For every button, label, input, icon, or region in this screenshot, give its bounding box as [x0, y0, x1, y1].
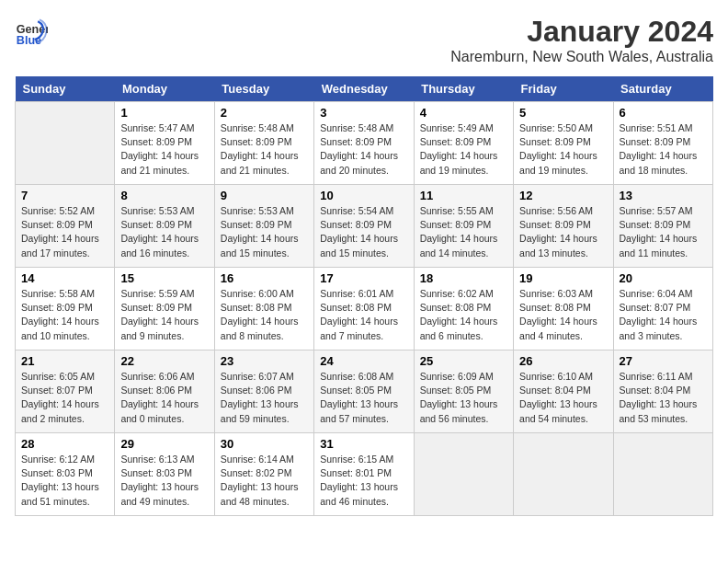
- calendar-week-row: 1Sunrise: 5:47 AMSunset: 8:09 PMDaylight…: [16, 102, 713, 185]
- calendar-subtitle: Naremburn, New South Wales, Australia: [450, 49, 713, 65]
- day-number: 13: [620, 189, 707, 202]
- day-info: Sunrise: 5:48 AMSunset: 8:09 PMDaylight:…: [320, 121, 407, 178]
- day-number: 6: [620, 106, 707, 120]
- calendar-cell: 29Sunrise: 6:13 AMSunset: 8:03 PMDayligh…: [115, 433, 214, 516]
- day-number: 1: [120, 106, 208, 120]
- calendar-week-row: 14Sunrise: 5:58 AMSunset: 8:09 PMDayligh…: [16, 268, 713, 350]
- calendar-cell: [613, 433, 712, 516]
- col-header-tuesday: Tuesday: [214, 76, 313, 102]
- day-info: Sunrise: 6:02 AMSunset: 8:08 PMDaylight:…: [420, 287, 507, 343]
- day-info: Sunrise: 5:48 AMSunset: 8:09 PMDaylight:…: [221, 121, 308, 178]
- calendar-week-row: 7Sunrise: 5:52 AMSunset: 8:09 PMDaylight…: [16, 185, 713, 268]
- day-number: 5: [519, 106, 607, 120]
- day-number: 18: [420, 271, 507, 285]
- day-info: Sunrise: 6:04 AMSunset: 8:07 PMDaylight:…: [620, 287, 707, 343]
- calendar-cell: 2Sunrise: 5:48 AMSunset: 8:09 PMDaylight…: [214, 102, 313, 185]
- day-info: Sunrise: 5:54 AMSunset: 8:09 PMDaylight:…: [320, 204, 407, 260]
- day-info: Sunrise: 5:58 AMSunset: 8:09 PMDaylight:…: [21, 287, 108, 343]
- day-number: 26: [519, 354, 607, 368]
- day-number: 14: [21, 271, 108, 285]
- day-number: 7: [21, 189, 108, 202]
- day-number: 20: [620, 271, 707, 285]
- day-info: Sunrise: 5:59 AMSunset: 8:09 PMDaylight:…: [120, 287, 208, 343]
- logo-icon: General Blue: [15, 15, 48, 48]
- calendar-cell: 25Sunrise: 6:09 AMSunset: 8:05 PMDayligh…: [414, 350, 513, 433]
- calendar-cell: 4Sunrise: 5:49 AMSunset: 8:09 PMDaylight…: [414, 102, 513, 185]
- day-info: Sunrise: 6:06 AMSunset: 8:06 PMDaylight:…: [120, 370, 208, 426]
- day-number: 23: [221, 354, 308, 368]
- calendar-cell: 9Sunrise: 5:53 AMSunset: 8:09 PMDaylight…: [214, 185, 313, 268]
- col-header-friday: Friday: [514, 76, 613, 102]
- calendar-cell: [514, 433, 613, 516]
- day-number: 9: [221, 189, 308, 202]
- day-info: Sunrise: 5:55 AMSunset: 8:09 PMDaylight:…: [420, 204, 507, 260]
- calendar-cell: 16Sunrise: 6:00 AMSunset: 8:08 PMDayligh…: [214, 268, 313, 350]
- day-number: 12: [519, 189, 607, 202]
- day-info: Sunrise: 5:53 AMSunset: 8:09 PMDaylight:…: [221, 204, 308, 260]
- day-info: Sunrise: 5:47 AMSunset: 8:09 PMDaylight:…: [120, 121, 208, 178]
- calendar-cell: 3Sunrise: 5:48 AMSunset: 8:09 PMDaylight…: [314, 102, 414, 185]
- calendar-cell: 18Sunrise: 6:02 AMSunset: 8:08 PMDayligh…: [414, 268, 513, 350]
- day-number: 11: [420, 189, 507, 202]
- day-info: Sunrise: 5:52 AMSunset: 8:09 PMDaylight:…: [21, 204, 108, 260]
- calendar-cell: 21Sunrise: 6:05 AMSunset: 8:07 PMDayligh…: [16, 350, 115, 433]
- calendar-cell: 14Sunrise: 5:58 AMSunset: 8:09 PMDayligh…: [16, 268, 115, 350]
- calendar-title: January 2024: [450, 15, 713, 49]
- calendar-table: SundayMondayTuesdayWednesdayThursdayFrid…: [15, 76, 713, 516]
- calendar-cell: 22Sunrise: 6:06 AMSunset: 8:06 PMDayligh…: [115, 350, 214, 433]
- day-info: Sunrise: 5:50 AMSunset: 8:09 PMDaylight:…: [519, 121, 607, 178]
- day-number: 10: [320, 189, 407, 202]
- day-number: 17: [320, 271, 407, 285]
- day-info: Sunrise: 6:13 AMSunset: 8:03 PMDaylight:…: [120, 453, 208, 509]
- day-info: Sunrise: 6:05 AMSunset: 8:07 PMDaylight:…: [21, 370, 108, 426]
- day-number: 16: [221, 271, 308, 285]
- day-info: Sunrise: 6:11 AMSunset: 8:04 PMDaylight:…: [620, 370, 707, 426]
- day-info: Sunrise: 6:00 AMSunset: 8:08 PMDaylight:…: [221, 287, 308, 343]
- col-header-thursday: Thursday: [414, 76, 513, 102]
- day-number: 31: [320, 437, 407, 451]
- calendar-cell: 30Sunrise: 6:14 AMSunset: 8:02 PMDayligh…: [214, 433, 313, 516]
- day-number: 21: [21, 354, 108, 368]
- calendar-cell: 26Sunrise: 6:10 AMSunset: 8:04 PMDayligh…: [514, 350, 613, 433]
- title-block: January 2024 Naremburn, New South Wales,…: [450, 15, 713, 65]
- day-number: 29: [120, 437, 208, 451]
- calendar-cell: 11Sunrise: 5:55 AMSunset: 8:09 PMDayligh…: [414, 185, 513, 268]
- day-info: Sunrise: 6:10 AMSunset: 8:04 PMDaylight:…: [519, 370, 607, 426]
- calendar-cell: 13Sunrise: 5:57 AMSunset: 8:09 PMDayligh…: [613, 185, 712, 268]
- calendar-header-row: SundayMondayTuesdayWednesdayThursdayFrid…: [16, 76, 713, 102]
- calendar-week-row: 21Sunrise: 6:05 AMSunset: 8:07 PMDayligh…: [16, 350, 713, 433]
- day-number: 24: [320, 354, 407, 368]
- day-info: Sunrise: 5:53 AMSunset: 8:09 PMDaylight:…: [120, 204, 208, 260]
- day-number: 4: [420, 106, 507, 120]
- calendar-cell: [414, 433, 513, 516]
- logo: General Blue: [15, 15, 48, 48]
- day-number: 3: [320, 106, 407, 120]
- calendar-cell: 28Sunrise: 6:12 AMSunset: 8:03 PMDayligh…: [16, 433, 115, 516]
- day-number: 25: [420, 354, 507, 368]
- day-number: 22: [120, 354, 208, 368]
- day-number: 19: [519, 271, 607, 285]
- calendar-cell: 8Sunrise: 5:53 AMSunset: 8:09 PMDaylight…: [115, 185, 214, 268]
- calendar-cell: 27Sunrise: 6:11 AMSunset: 8:04 PMDayligh…: [613, 350, 712, 433]
- day-info: Sunrise: 6:15 AMSunset: 8:01 PMDaylight:…: [320, 453, 407, 509]
- page-header: General Blue January 2024 Naremburn, New…: [15, 15, 713, 65]
- day-info: Sunrise: 5:57 AMSunset: 8:09 PMDaylight:…: [620, 204, 707, 260]
- day-info: Sunrise: 6:03 AMSunset: 8:08 PMDaylight:…: [519, 287, 607, 343]
- day-info: Sunrise: 5:56 AMSunset: 8:09 PMDaylight:…: [519, 204, 607, 260]
- col-header-wednesday: Wednesday: [314, 76, 414, 102]
- calendar-cell: 20Sunrise: 6:04 AMSunset: 8:07 PMDayligh…: [613, 268, 712, 350]
- calendar-cell: 6Sunrise: 5:51 AMSunset: 8:09 PMDaylight…: [613, 102, 712, 185]
- calendar-cell: 1Sunrise: 5:47 AMSunset: 8:09 PMDaylight…: [115, 102, 214, 185]
- day-info: Sunrise: 6:01 AMSunset: 8:08 PMDaylight:…: [320, 287, 407, 343]
- calendar-cell: 19Sunrise: 6:03 AMSunset: 8:08 PMDayligh…: [514, 268, 613, 350]
- calendar-cell: 10Sunrise: 5:54 AMSunset: 8:09 PMDayligh…: [314, 185, 414, 268]
- calendar-cell: 12Sunrise: 5:56 AMSunset: 8:09 PMDayligh…: [514, 185, 613, 268]
- day-number: 27: [620, 354, 707, 368]
- day-info: Sunrise: 6:14 AMSunset: 8:02 PMDaylight:…: [221, 453, 308, 509]
- calendar-cell: 23Sunrise: 6:07 AMSunset: 8:06 PMDayligh…: [214, 350, 313, 433]
- calendar-week-row: 28Sunrise: 6:12 AMSunset: 8:03 PMDayligh…: [16, 433, 713, 516]
- day-number: 30: [221, 437, 308, 451]
- calendar-cell: 31Sunrise: 6:15 AMSunset: 8:01 PMDayligh…: [314, 433, 414, 516]
- svg-text:Blue: Blue: [17, 34, 41, 47]
- col-header-monday: Monday: [115, 76, 214, 102]
